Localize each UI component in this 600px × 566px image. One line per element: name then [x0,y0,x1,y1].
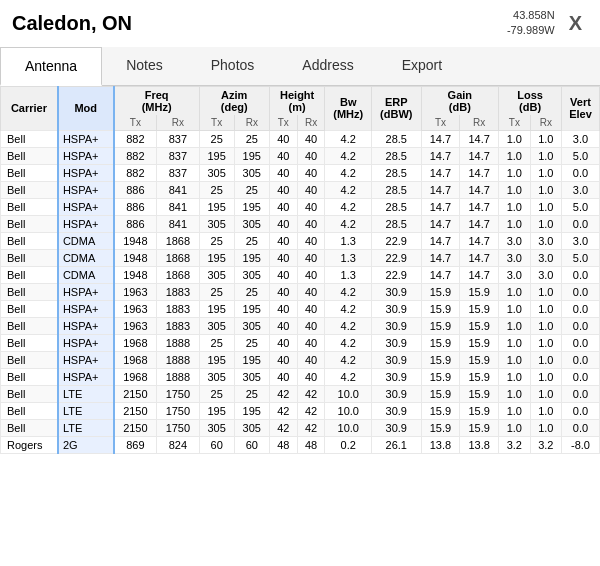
table-container: Carrier Mod Freq(MHz) Azim(deg) Height(m… [0,86,600,454]
col-azim-rx: Rx [234,115,269,131]
tab-notes[interactable]: Notes [102,47,187,85]
col-carrier: Carrier [1,86,58,130]
table-row: Rogers2G869824606048480.226.113.813.83.2… [1,436,600,453]
table-row: BellHSPA+1968188830530540404.230.915.915… [1,368,600,385]
table-row: BellHSPA+88684130530540404.228.514.714.7… [1,215,600,232]
col-loss-tx: Tx [499,115,530,131]
table-row: BellHSPA+19681888252540404.230.915.915.9… [1,334,600,351]
close-button[interactable]: X [563,10,588,37]
table-row: BellHSPA+88283730530540404.228.514.714.7… [1,164,600,181]
table-row: BellLTE21501750305305424210.030.915.915.… [1,419,600,436]
antenna-table: Carrier Mod Freq(MHz) Azim(deg) Height(m… [0,86,600,454]
header: Caledon, ON 43.858N -79.989W X [0,0,600,47]
col-erp: ERP(dBW) [372,86,422,130]
table-row: BellHSPA+88684119519540404.228.514.714.7… [1,198,600,215]
tab-photos[interactable]: Photos [187,47,279,85]
tab-antenna[interactable]: Antenna [0,47,102,86]
table-row: BellCDMA1948186830530540401.322.914.714.… [1,266,600,283]
col-height: Height(m) [269,86,325,115]
col-mod: Mod [58,86,114,130]
col-height-rx: Rx [297,115,325,131]
col-loss: Loss(dB) [499,86,562,115]
col-loss-rx: Rx [530,115,561,131]
table-row: BellCDMA1948186819519540401.322.914.714.… [1,249,600,266]
tab-address[interactable]: Address [278,47,377,85]
table-header-main: Carrier Mod Freq(MHz) Azim(deg) Height(m… [1,86,600,115]
table-row: BellHSPA+88283719519540404.228.514.714.7… [1,147,600,164]
col-gain-rx: Rx [460,115,499,131]
table-row: BellCDMA19481868252540401.322.914.714.73… [1,232,600,249]
table-row: BellHSPA+1963188319519540404.230.915.915… [1,300,600,317]
col-gain-tx: Tx [421,115,460,131]
table-row: BellHSPA+19631883252540404.230.915.915.9… [1,283,600,300]
tab-export[interactable]: Export [378,47,466,85]
tabs-bar: Antenna Notes Photos Address Export [0,47,600,86]
col-azim: Azim(deg) [199,86,269,115]
col-azim-tx: Tx [199,115,234,131]
col-freq-tx: Tx [114,115,157,131]
col-height-tx: Tx [269,115,297,131]
table-row: BellHSPA+1963188330530540404.230.915.915… [1,317,600,334]
table-row: BellHSPA+882837252540404.228.514.714.71.… [1,130,600,147]
col-freq: Freq(MHz) [114,86,200,115]
coordinates: 43.858N -79.989W [507,8,555,39]
page-title: Caledon, ON [12,12,132,35]
col-gain: Gain(dB) [421,86,499,115]
table-row: BellHSPA+886841252540404.228.514.714.71.… [1,181,600,198]
col-vert: VertElev [562,86,600,130]
table-row: BellHSPA+1968188819519540404.230.915.915… [1,351,600,368]
col-bw: Bw(MHz) [325,86,372,130]
col-freq-rx: Rx [157,115,199,131]
table-body: BellHSPA+882837252540404.228.514.714.71.… [1,130,600,453]
table-row: BellLTE215017502525424210.030.915.915.91… [1,385,600,402]
table-row: BellLTE21501750195195424210.030.915.915.… [1,402,600,419]
